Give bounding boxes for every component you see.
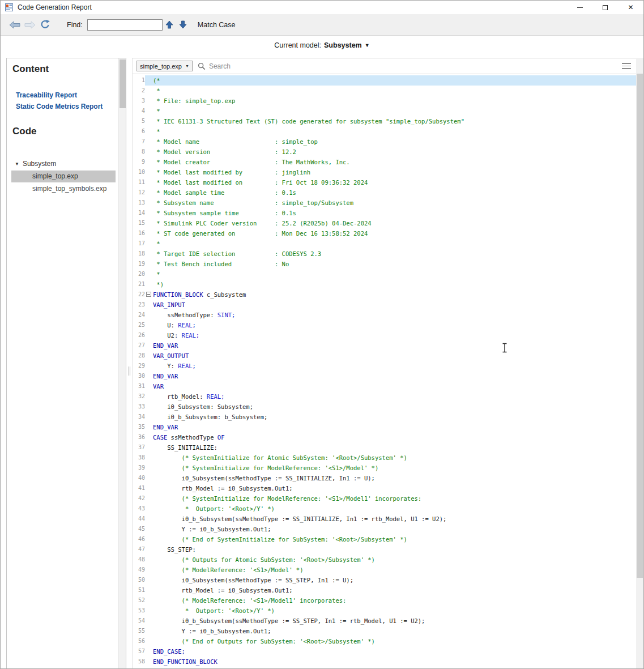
code-line[interactable]: 53 * Outport: '<Root>/Y' *) xyxy=(133,606,636,616)
tree-root-subsystem[interactable]: ▼ Subsystem xyxy=(7,157,126,170)
sidebar-scrollbar[interactable] xyxy=(118,58,126,668)
code-line[interactable]: 8 * Model version : 12.2 xyxy=(133,147,636,157)
code-line[interactable]: 41 rtb_Model := i0_Subsystem.Out1; xyxy=(133,483,636,493)
find-previous-button[interactable] xyxy=(163,18,176,32)
code-line[interactable]: 49 (* ModelReference: '<S1>/Model' *) xyxy=(133,565,636,575)
code-line[interactable]: 12 * Model sample time : 0.1s xyxy=(133,188,636,198)
code-line[interactable]: 42 (* SystemInitialize for ModelReferenc… xyxy=(133,493,636,504)
close-button[interactable]: ✕ xyxy=(618,1,643,14)
tree-item[interactable]: simple_top_symbols.exp xyxy=(11,183,116,195)
code-line[interactable]: 30END_VAR xyxy=(133,371,636,381)
line-number: 51 xyxy=(133,585,145,595)
code-line[interactable]: 33 i0_Subsystem: Subsystem; xyxy=(133,402,636,412)
code-line[interactable]: 55 Y := i0_b_Subsystem.Out1; xyxy=(133,626,636,636)
maximize-button[interactable] xyxy=(592,1,618,14)
code-line[interactable]: 58END_FUNCTION_BLOCK xyxy=(133,657,636,667)
code-line[interactable]: 14 * Subsystem sample time : 0.1s xyxy=(133,208,636,218)
code-line[interactable]: 24 ssMethodType: SINT; xyxy=(133,310,636,320)
code-line[interactable]: 4 * xyxy=(133,106,636,116)
line-number: 37 xyxy=(133,442,145,453)
find-next-button[interactable] xyxy=(176,18,190,32)
code-line[interactable]: 59 xyxy=(133,667,636,668)
code-line[interactable]: 7 * Model name : simple_top xyxy=(133,137,636,147)
code-scrollbar-thumb[interactable] xyxy=(637,74,643,578)
code-line[interactable]: 44 i0_b_Subsystem(ssMethodType := SS_INI… xyxy=(133,514,636,524)
code-line[interactable]: 47 SS_STEP: xyxy=(133,544,636,555)
code-line[interactable]: 32 rtb_Model: REAL; xyxy=(133,391,636,402)
code-scrollbar[interactable] xyxy=(636,58,643,668)
code-line[interactable]: 21 *) xyxy=(133,279,636,289)
code-line[interactable]: 37 SS_INITIALIZE: xyxy=(133,442,636,453)
tree-item[interactable]: simple_top.exp xyxy=(11,171,116,182)
code-line[interactable]: 6 * xyxy=(133,126,636,137)
code-line[interactable]: 1(* xyxy=(133,75,636,86)
code-line[interactable]: 9 * Model creator : The MathWorks, Inc. xyxy=(133,157,636,167)
code-line[interactable]: 52 (* ModelReference: '<S1>/Model1' inco… xyxy=(133,595,636,606)
refresh-button[interactable] xyxy=(38,18,52,32)
code-text: * Outport: '<Root>/Y' *) xyxy=(153,504,636,514)
code-line[interactable]: 11 * Model last modified on : Fri Oct 18… xyxy=(133,177,636,188)
code-line[interactable]: 54 i0_b_Subsystem(ssMethodType := SS_STE… xyxy=(133,616,636,626)
code-line[interactable]: 48 (* Outputs for Atomic SubSystem: '<Ro… xyxy=(133,555,636,565)
code-line[interactable]: 5 * IEC 61131-3 Structured Text (ST) cod… xyxy=(133,116,636,126)
collapse-icon[interactable] xyxy=(146,292,151,297)
back-button[interactable] xyxy=(7,18,22,32)
code-text: Y := i0_b_Subsystem.Out1; xyxy=(153,524,636,534)
code-line[interactable]: 20 * xyxy=(133,269,636,279)
code-line[interactable]: 19 * Test Bench included : No xyxy=(133,259,636,269)
code-line[interactable]: 38 (* SystemInitialize for Atomic SubSys… xyxy=(133,453,636,463)
code-line[interactable]: 46 (* End of SystemInitialize for SubSys… xyxy=(133,534,636,544)
code-line[interactable]: 13 * Subsystem name : simple_top/Subsyst… xyxy=(133,198,636,208)
line-number: 23 xyxy=(133,300,145,310)
code-editor[interactable]: 1(*2 *3 * File: simple_top.exp4 *5 * IEC… xyxy=(133,74,636,668)
code-line[interactable]: 27END_VAR xyxy=(133,340,636,351)
code-line[interactable]: 50 i0_Subsystem(ssMethodType := SS_STEP,… xyxy=(133,575,636,585)
code-line[interactable]: 2 * xyxy=(133,86,636,96)
code-line[interactable]: 28VAR_OUTPUT xyxy=(133,351,636,361)
code-line[interactable]: 25 U: REAL; xyxy=(133,320,636,330)
code-text: (* SystemInitialize for ModelReference: … xyxy=(153,493,636,504)
code-line[interactable]: 17 * xyxy=(133,238,636,249)
tree-expand-icon[interactable]: ▼ xyxy=(15,161,19,167)
code-line[interactable]: 18 * Target IDE selection : CODESYS 2.3 xyxy=(133,249,636,259)
code-line[interactable]: 16 * ST code generated on : Mon Dec 16 1… xyxy=(133,228,636,238)
find-input[interactable] xyxy=(87,19,163,31)
code-line[interactable]: 29 Y: REAL; xyxy=(133,361,636,371)
file-dropdown[interactable]: simple_top.exp ▼ xyxy=(137,61,193,71)
match-case-toggle[interactable]: Match Case xyxy=(198,21,236,29)
dropdown-caret-icon: ▼ xyxy=(185,64,189,68)
code-line[interactable]: 57END_CASE; xyxy=(133,646,636,657)
code-line[interactable]: 51 rtb_Model := i0_Subsystem.Out1; xyxy=(133,585,636,595)
model-selector[interactable]: Subsystem ▼ xyxy=(324,41,370,49)
code-line[interactable]: 36CASE ssMethodType OF xyxy=(133,432,636,442)
code-line[interactable]: 3 * File: simple_top.exp xyxy=(133,96,636,106)
code-line[interactable]: 43 * Outport: '<Root>/Y' *) xyxy=(133,504,636,514)
panel-splitter[interactable] xyxy=(129,367,130,376)
code-line[interactable]: 23VAR_INPUT xyxy=(133,300,636,310)
minimize-button[interactable] xyxy=(567,1,592,14)
code-line[interactable]: 10 * Model last modified by : jinglinh xyxy=(133,167,636,177)
code-line[interactable]: 35END_VAR xyxy=(133,422,636,432)
sidebar-link[interactable]: Traceability Report xyxy=(16,90,126,101)
code-line[interactable]: 56 (* End of Outputs for SubSystem: '<Ro… xyxy=(133,636,636,646)
code-text: FUNCTION_BLOCK c_Subsystem xyxy=(153,289,636,300)
search-input[interactable] xyxy=(209,62,617,70)
code-line[interactable]: 39 (* SystemInitialize for ModelReferenc… xyxy=(133,463,636,473)
tree-root-label: Subsystem xyxy=(23,160,56,168)
menu-icon[interactable] xyxy=(622,63,631,69)
forward-button[interactable] xyxy=(23,18,37,32)
line-number: 5 xyxy=(133,116,145,126)
find-label: Find: xyxy=(67,21,83,29)
code-line[interactable]: 40 i0_Subsystem(ssMethodType := SS_INITI… xyxy=(133,473,636,483)
fold-toggle[interactable] xyxy=(145,289,153,300)
code-line[interactable]: 26 U2: REAL; xyxy=(133,330,636,340)
refresh-icon xyxy=(40,20,50,29)
code-line[interactable]: 45 Y := i0_b_Subsystem.Out1; xyxy=(133,524,636,534)
code-line[interactable]: 22FUNCTION_BLOCK c_Subsystem xyxy=(133,289,636,300)
fold-gutter xyxy=(145,279,153,289)
sidebar-scrollbar-thumb[interactable] xyxy=(120,59,126,108)
code-line[interactable]: 34 i0_b_Subsystem: b_Subsystem; xyxy=(133,412,636,422)
code-line[interactable]: 31VAR xyxy=(133,381,636,391)
code-line[interactable]: 15 * Simulink PLC Coder version : 25.2 (… xyxy=(133,218,636,228)
sidebar-link[interactable]: Static Code Metrics Report xyxy=(16,101,126,112)
